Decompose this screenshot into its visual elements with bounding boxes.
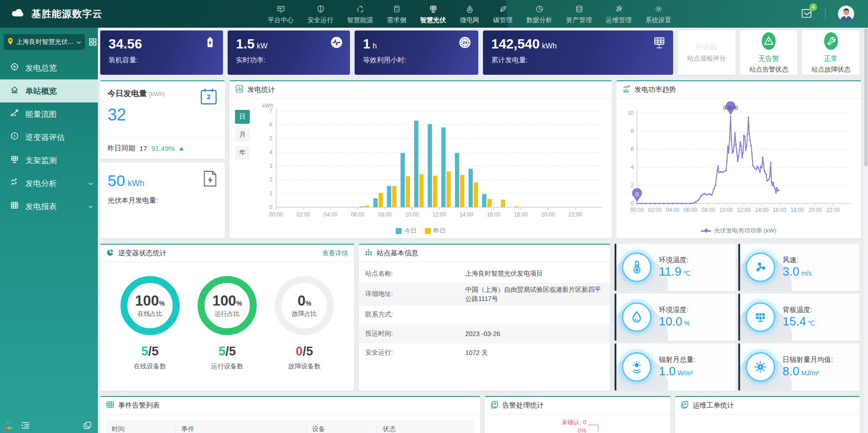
svg-text:10:00: 10:00: [405, 211, 419, 217]
site-info-rows: 站点名称:上海良时智慧光伏发电项目 详细地址:中国（上海）自由贸易试验区临港新片…: [359, 262, 610, 364]
inverter-body: 100% 在线占比 5/5 在线设备数 100% 运行占比 5/5: [100, 262, 354, 391]
tab-year[interactable]: 年: [235, 146, 250, 160]
copy-pages-icon[interactable]: [84, 421, 91, 429]
nav-item-asset-mgmt[interactable]: 资产管理: [566, 5, 592, 24]
svg-text:7: 7: [269, 108, 272, 114]
pie-chart-icon: [536, 5, 543, 15]
kpi-label: 等效利用小时:: [363, 56, 470, 65]
info-row-contact: 联系方式:: [359, 306, 610, 325]
svg-text:8: 8: [631, 128, 634, 134]
pulse-icon: [330, 36, 343, 51]
inverter-header: 逆变器状态统计 查看详情: [100, 245, 354, 262]
station-selector[interactable]: 上海良时智慧光伏...: [4, 34, 85, 50]
tab-month[interactable]: 月: [235, 128, 250, 142]
nav-item-system-settings[interactable]: 系统设置: [645, 5, 671, 24]
collapse-menu-icon[interactable]: [21, 421, 30, 429]
donut-fault: 0% 故障占比 0/5 故障设备数: [275, 276, 334, 371]
scrollbar-thumb[interactable]: [864, 28, 868, 166]
nav-item-smart-energy[interactable]: 智慧能源: [347, 5, 373, 24]
svg-text:08:00: 08:00: [378, 211, 392, 217]
svg-text:0: 0: [635, 191, 639, 198]
status-value: 待巡检: [695, 42, 717, 52]
nav-item-demand-side[interactable]: 需求侧: [387, 5, 406, 24]
info-row-safe-days: 安全运行:1072 天: [359, 343, 610, 362]
fan-icon: [746, 253, 775, 282]
sidebar-item-power-analysis[interactable]: 发电分析: [0, 172, 98, 195]
work-order-stats-card: 运维工单统计: [675, 396, 860, 433]
leaf-icon: [499, 5, 507, 15]
nav-item-microgrid[interactable]: 微电网: [460, 5, 479, 24]
svg-text:4: 4: [631, 164, 634, 170]
svg-text:06:00: 06:00: [351, 211, 365, 217]
status-label: 站点巡检评分: [687, 54, 726, 63]
trend-up-icon: [622, 85, 630, 95]
svg-text:0: 0: [631, 200, 634, 206]
today-value: 32: [108, 105, 217, 125]
station-grid-button[interactable]: [89, 38, 97, 46]
status-label: 站点告警状态: [749, 66, 788, 74]
nav-item-safe-operation[interactable]: 安全运行: [307, 5, 333, 24]
svg-text:06:00: 06:00: [684, 207, 698, 213]
site-info-header: 站点基本信息: [359, 245, 610, 262]
nav-item-data-analysis[interactable]: 数据分析: [526, 5, 552, 24]
message-count-badge: 4: [809, 3, 817, 11]
nav-item-platform-center[interactable]: 平台中心: [268, 5, 294, 24]
env-card-temperature: 环境温度:11.9℃: [615, 244, 735, 291]
sidebar-item-station-overview[interactable]: 单站概览: [0, 79, 98, 102]
svg-text:00:00: 00:00: [269, 211, 283, 217]
svg-text:24: 24: [463, 40, 467, 45]
card-title: 逆变器状态统计: [118, 249, 167, 258]
pie-icon: [106, 248, 114, 258]
view-details-link[interactable]: 查看详情: [322, 249, 348, 258]
info-row: 逆变器状态统计 查看详情 100% 在线占比 5/5 在线设备数: [100, 244, 860, 391]
mail-icon: [801, 13, 813, 21]
sidebar-item-tracker-monitor[interactable]: 支架监测: [0, 149, 98, 172]
nav-label: 安全运行: [307, 16, 333, 24]
wrench-icon: [823, 32, 839, 52]
env-card-humidity: 环境湿度:10.0%: [615, 294, 735, 341]
power-trend-header: 发电功率趋势: [616, 81, 861, 99]
nav-label: 资产管理: [566, 16, 592, 24]
droplet-outline-icon: [466, 5, 474, 15]
svg-text:0: 0: [269, 204, 272, 210]
apps-grid-icon[interactable]: [6, 421, 13, 429]
bar-chart-icon: [235, 85, 243, 95]
sidebar-item-inverter-eval[interactable]: 逆变器评估: [0, 126, 98, 149]
nav-item-smart-pv[interactable]: 智慧光伏: [420, 5, 446, 24]
power-trend-chart: 024681000:0002:0004:0006:0008:0010:0012:…: [616, 99, 861, 223]
nav-label: 平台中心: [268, 16, 294, 24]
grid-dots-icon: [365, 248, 373, 258]
legend-active-power[interactable]: 光伏发电有功功率 (kW): [701, 227, 776, 235]
sidebar-item-label: 支架监测: [25, 155, 57, 166]
top-menu: 平台中心 安全运行 智慧能源 需求侧 智慧光伏 微电网: [268, 0, 671, 28]
table-icon: [106, 401, 114, 410]
env-card-wind: 风速:3.0m/s: [738, 244, 859, 291]
app-root: 基胜能源数字云 平台中心 安全运行 智慧能源 需求侧 智慧光伏: [0, 0, 868, 433]
sidebar-menu: 发电总览 单站概览 能量流图 逆变器评估 支架监测: [0, 56, 98, 218]
callout-connector: [588, 425, 598, 432]
document-icon: [491, 401, 498, 410]
site-info-card: 站点基本信息 站点名称:上海良时智慧光伏发电项目 详细地址:中国（上海）自由贸易…: [359, 244, 610, 391]
kpi-realtime-power: 1.5kW 实时功率:: [228, 30, 350, 75]
legend-today[interactable]: 今日: [396, 227, 416, 235]
tools-icon: [615, 5, 623, 15]
top-navbar: 基胜能源数字云 平台中心 安全运行 智慧能源 需求侧 智慧光伏: [0, 0, 868, 28]
bottom-row: 事件告警列表 时间 事件 设备 状态 告警处理统计: [100, 396, 860, 433]
legend-yesterday[interactable]: 昨日: [425, 227, 446, 235]
tab-day[interactable]: 日: [235, 110, 250, 124]
card-title: 事件告警列表: [118, 401, 160, 410]
user-avatar[interactable]: [838, 6, 854, 22]
shield-icon: [317, 5, 325, 15]
sidebar-item-power-reports[interactable]: 发电报表: [0, 195, 98, 218]
nav-item-om-mgmt[interactable]: 运维管理: [606, 5, 632, 24]
sidebar-item-power-overview[interactable]: 发电总览: [0, 56, 98, 79]
nav-item-carbon-mgmt[interactable]: 碳管理: [493, 5, 512, 24]
svg-text:18:00: 18:00: [790, 207, 804, 213]
hexagon-bolt-icon: [10, 132, 19, 143]
sidebar-item-energy-flow[interactable]: 能量流图: [0, 102, 98, 126]
legend-line-marker: [701, 230, 711, 232]
donut-ring: 100% 在线占比: [121, 276, 180, 335]
generation-bar-chart: kWh0123456700:0002:0004:0006:0008:0010:0…: [256, 103, 607, 223]
document-icon: [681, 401, 688, 410]
messages-button[interactable]: 4: [801, 7, 813, 21]
